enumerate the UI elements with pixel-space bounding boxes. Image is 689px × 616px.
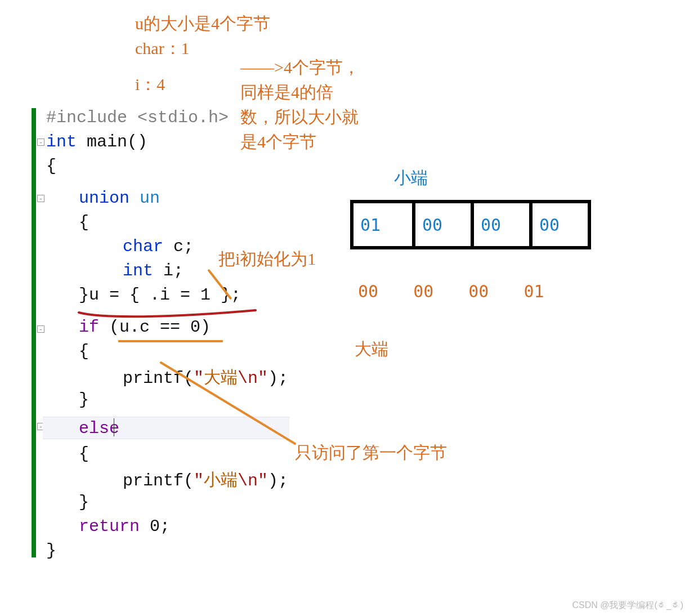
byte: 00 bbox=[358, 282, 378, 301]
str-esc: \n bbox=[238, 471, 258, 490]
var-c: c; bbox=[163, 237, 194, 256]
kw-return: return bbox=[79, 517, 140, 536]
code-line-if: if (u.c == 0) bbox=[79, 318, 211, 337]
code-line-printf-little: printf("小端\n"); bbox=[123, 468, 288, 492]
memory-bytes-table: 01 00 00 00 bbox=[350, 200, 591, 249]
kw-char: char bbox=[123, 237, 163, 256]
byte: 01 bbox=[524, 282, 544, 301]
code-brace: { bbox=[79, 213, 89, 232]
code-brace: { bbox=[79, 444, 89, 463]
annotation-i: i：4 bbox=[135, 73, 165, 96]
memory-cell: 00 bbox=[412, 203, 471, 246]
code-brace: } bbox=[79, 390, 89, 409]
ret-val: 0; bbox=[140, 517, 170, 536]
code-line-return: return 0; bbox=[79, 517, 170, 536]
gutter-green-bar bbox=[32, 108, 36, 557]
annotation-explain-4: 是4个字节 bbox=[240, 131, 316, 154]
label-little-endian: 小端 bbox=[394, 167, 428, 190]
include-directive: #include bbox=[46, 108, 137, 127]
byte: 00 bbox=[468, 282, 489, 301]
code-brace: { bbox=[79, 342, 89, 361]
str-little-endian: 小端 bbox=[204, 471, 238, 490]
fn-printf: printf( bbox=[123, 471, 194, 490]
annotation-size: u的大小是4个字节 bbox=[135, 12, 270, 35]
underline-icon bbox=[118, 340, 223, 342]
arrow-line-icon bbox=[158, 359, 298, 449]
kw-int: int bbox=[46, 132, 77, 151]
var-i: i; bbox=[153, 261, 184, 280]
str-quote: " bbox=[258, 471, 268, 490]
code-line-int-i: int i; bbox=[123, 261, 184, 280]
label-big-endian: 大端 bbox=[355, 338, 388, 361]
include-header: <stdio.h> bbox=[137, 108, 229, 127]
paren-semi: ); bbox=[268, 471, 288, 490]
if-cond: (u.c == 0) bbox=[99, 318, 211, 337]
code-line-char-c: char c; bbox=[123, 237, 194, 256]
annotation-explain-1: ——>4个字节， bbox=[240, 56, 360, 79]
text-cursor bbox=[114, 418, 114, 436]
big-endian-bytes: 00 00 00 01 bbox=[358, 282, 544, 301]
code-line-main: int main() bbox=[46, 132, 147, 151]
kw-if: if bbox=[79, 318, 99, 337]
kw-union: union bbox=[79, 189, 129, 208]
fold-icon[interactable]: - bbox=[37, 139, 44, 146]
annotation-init: 把i初始化为1 bbox=[218, 248, 316, 271]
svg-line-0 bbox=[161, 363, 295, 444]
code-brace: { bbox=[46, 157, 56, 176]
memory-cell: 00 bbox=[471, 203, 529, 246]
kw-int: int bbox=[123, 261, 153, 280]
annotation-explain-2: 同样是4的倍 bbox=[240, 81, 333, 104]
code-brace: } bbox=[79, 493, 89, 512]
memory-cell: 01 bbox=[354, 203, 412, 246]
byte: 00 bbox=[413, 282, 433, 301]
code-line-init: }u = { .i = 1 }; bbox=[79, 285, 241, 305]
code-brace: } bbox=[46, 541, 56, 560]
fold-icon[interactable]: - bbox=[37, 195, 44, 202]
memory-cell: 00 bbox=[529, 203, 588, 246]
str-quote: " bbox=[194, 471, 204, 490]
annotation-explain-3: 数，所以大小就 bbox=[240, 106, 359, 129]
fn-main: main() bbox=[77, 132, 147, 151]
code-line-union: union un bbox=[79, 189, 160, 208]
code-line-include: #include <stdio.h> bbox=[46, 108, 229, 127]
type-un: un bbox=[129, 189, 160, 208]
watermark: CSDN @我要学编程(ಥ_ಥ) bbox=[572, 600, 683, 611]
annotation-first-byte: 只访问了第一个字节 bbox=[295, 441, 447, 465]
fold-icon[interactable]: - bbox=[37, 325, 44, 333]
annotation-char: char：1 bbox=[135, 37, 190, 60]
